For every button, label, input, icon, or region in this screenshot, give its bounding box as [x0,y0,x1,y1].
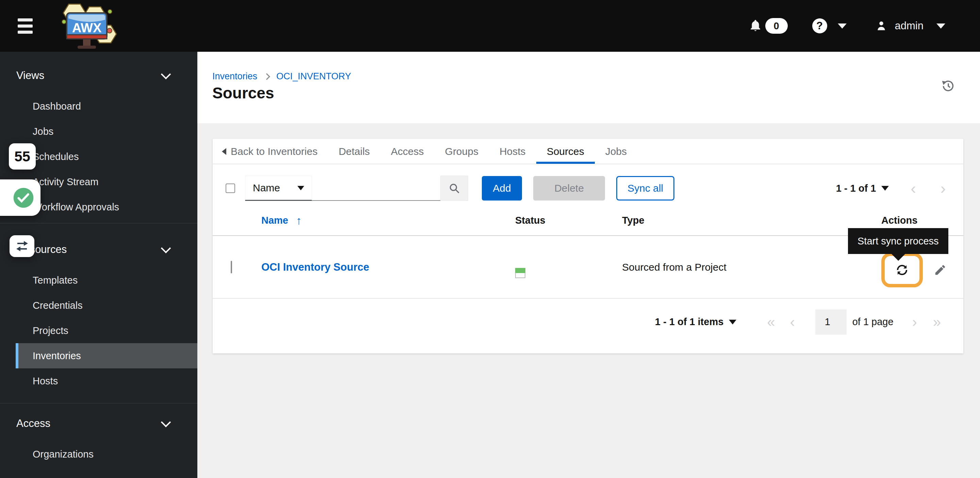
tab-label: Access [391,146,424,157]
sidebar-item-label: Credentials [33,300,83,311]
sidebar-item-label: Dashboard [33,101,81,112]
help-icon[interactable]: ? [812,18,827,33]
tab-label: Jobs [605,146,627,157]
svg-text:AWX: AWX [72,21,102,35]
nav-group-label: Views [16,69,44,82]
sidebar-item-dashboard[interactable]: Dashboard [0,94,197,119]
tab-label: Details [339,146,370,157]
chevron-down-icon [161,243,171,253]
sidebar-item-label: Workflow Approvals [33,202,119,213]
page-title: Sources [212,84,274,102]
previous-page-button[interactable]: ‹ [790,315,795,329]
select-all-checkbox[interactable] [226,183,235,193]
breadcrumb-link-oci-inventory[interactable]: OCI_INVENTORY [276,71,351,82]
sidebar-item-projects[interactable]: Projects [0,318,197,343]
sidebar-divider [0,223,197,223]
row-checkbox[interactable] [231,261,232,273]
sidebar-item-label: Activity Stream [33,176,98,188]
sidebar-item-label: Organizations [33,449,94,460]
sidebar-item-label: Templates [33,275,78,286]
tab-groups[interactable]: Groups [434,139,489,164]
source-name-link[interactable]: OCI Inventory Source [261,261,369,273]
tab-access[interactable]: Access [380,139,434,164]
tab-label: Sources [547,146,584,157]
sync-icon [895,263,909,277]
sidebar-item-label: Hosts [33,376,58,387]
tab-details[interactable]: Details [328,139,380,164]
tab-hosts[interactable]: Hosts [489,139,536,164]
tab-jobs[interactable]: Jobs [595,139,637,164]
tab-bar: Back to Inventories Details Access Group… [213,139,963,164]
start-sync-tooltip: Start sync process [848,228,948,254]
breadcrumb-link-inventories[interactable]: Inventories [212,71,257,82]
overlay-count-badge: 55 [9,143,36,170]
sidebar-item-hosts[interactable]: Hosts [0,368,197,394]
previous-page-button[interactable]: ‹ [911,180,916,196]
source-status-icon[interactable] [515,268,525,278]
bottom-pagination: 1 - 1 of 1 items « ‹ of 1 page › » [213,299,963,345]
page-header: Inventories OCI_INVENTORY Sources [197,52,980,123]
list-toolbar: Name Add Delete Sync all 1 - 1 of 1 ‹ › [226,176,946,201]
next-page-button[interactable]: › [912,315,917,329]
notifications-bell-icon[interactable] [748,19,762,33]
page-count-label: of 1 page [853,316,894,328]
column-header-name[interactable]: Name [261,215,288,226]
awx-logo-image: AWX [49,1,119,51]
current-page-input[interactable] [815,309,846,335]
next-page-button[interactable]: › [940,180,946,196]
add-button[interactable]: Add [482,176,522,201]
column-header-actions: Actions [879,215,963,226]
overlay-transfer-badge [10,235,34,257]
sidebar: Views Dashboard Jobs Schedules Activity … [0,52,197,478]
user-icon [875,20,888,32]
breadcrumb: Inventories OCI_INVENTORY [212,71,351,82]
check-circle-icon [13,187,34,209]
delete-button[interactable]: Delete [533,176,605,201]
username[interactable]: admin [895,20,924,32]
chevron-down-icon [161,69,171,79]
chevron-down-icon [161,417,171,427]
sidebar-item-organizations[interactable]: Organizations [0,441,197,467]
sidebar-item-credentials[interactable]: Credentials [0,293,197,318]
tab-back-to-inventories[interactable]: Back to Inventories [222,139,328,164]
pagination-summary: 1 - 1 of 1 [836,183,876,194]
sidebar-divider [0,403,197,403]
items-per-page-caret-icon[interactable] [729,320,737,325]
help-dropdown-caret-icon[interactable] [838,24,846,29]
nav-group-access[interactable]: Access [0,411,197,436]
tab-label: Hosts [500,146,526,157]
sidebar-item-templates[interactable]: Templates [0,268,197,293]
nav-toggle-button[interactable] [18,18,33,34]
masthead-actions: 0 ? admin [748,18,980,34]
tab-label: Back to Inventories [231,146,318,157]
edit-pencil-icon[interactable] [934,263,947,276]
awx-sources-page: { "colors": { "primary_blue": "#0066cc",… [0,0,980,478]
sidebar-item-label: Jobs [33,126,53,137]
search-icon [448,182,460,194]
nav-group-views[interactable]: Views [0,63,197,88]
pagination-caret-icon[interactable] [881,186,889,191]
sidebar-item-label: Inventories [33,351,81,362]
user-dropdown-caret-icon[interactable] [937,24,945,29]
sort-ascending-icon[interactable]: ↑ [296,214,302,227]
first-page-button[interactable]: « [767,315,775,329]
last-page-button[interactable]: » [933,315,941,329]
tab-sources[interactable]: Sources [536,139,595,164]
notifications-count-badge: 0 [765,18,788,34]
sync-all-button[interactable]: Sync all [616,176,675,201]
search-input[interactable] [312,176,440,201]
back-caret-icon [222,148,226,155]
sidebar-item-label: Schedules [33,151,79,163]
breadcrumb-separator-icon [263,73,270,80]
sidebar-item-jobs[interactable]: Jobs [0,119,197,144]
search-button[interactable] [440,176,468,201]
activity-history-icon[interactable] [941,79,955,92]
transfer-arrows-icon [14,239,30,253]
tooltip-text: Start sync process [858,236,939,247]
awx-logo[interactable]: AWX [49,0,119,52]
search-attribute-select[interactable]: Name [245,176,312,201]
sidebar-item-inventories[interactable]: Inventories [16,343,197,368]
overlay-success-badge [0,179,40,216]
column-header-type: Type [622,215,879,226]
column-header-status: Status [515,215,622,226]
